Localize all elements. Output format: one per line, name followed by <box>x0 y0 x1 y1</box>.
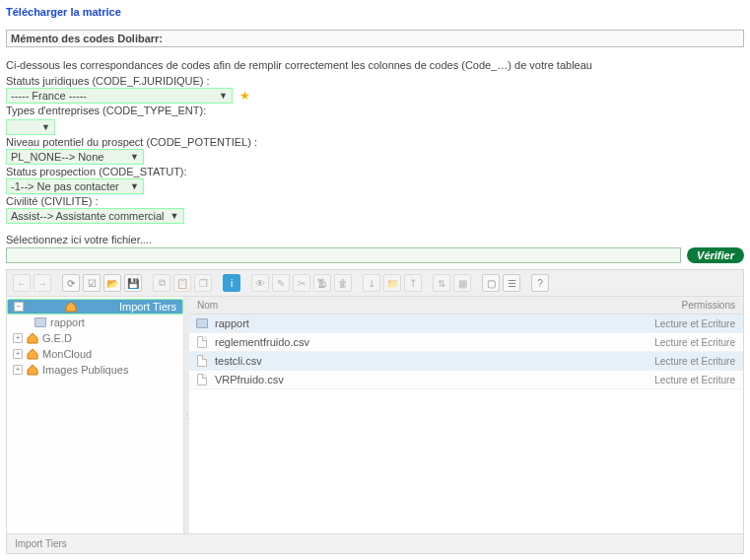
archive-button[interactable]: 🗜 <box>313 274 331 292</box>
status-juridique-value: ----- France ----- <box>11 90 87 102</box>
folder-icon <box>196 318 208 328</box>
newfolder-button[interactable]: 📁 <box>383 274 401 292</box>
home-icon <box>27 332 38 344</box>
status-juridique-select[interactable]: ----- France ----- ▼ <box>6 88 233 104</box>
tree-item[interactable]: +G.E.D <box>7 330 183 346</box>
tree-item-label: Images Publiques <box>42 364 128 376</box>
type-ent-select[interactable]: ▼ <box>6 119 55 135</box>
save-button[interactable]: 💾 <box>124 274 142 292</box>
tree-item[interactable]: +MonCloud <box>7 346 183 362</box>
tree-root-import-tiers[interactable]: − Import Tiers <box>7 299 183 315</box>
file-permissions: Lecture et Ecriture <box>595 353 743 370</box>
col-header-perm[interactable]: Permissions <box>595 297 743 314</box>
intro-text: Ci-dessous les correspondances de codes … <box>6 59 744 71</box>
file-path-input[interactable] <box>6 247 681 263</box>
folder-tree[interactable]: − Import Tiers rapport +G.E.D+MonCloud+I… <box>7 297 184 533</box>
list-row[interactable]: rapportLecture et Ecriture <box>189 315 743 333</box>
chevron-down-icon: ▼ <box>130 181 139 191</box>
col-header-name[interactable]: Nom <box>189 297 595 314</box>
tree-item-label: MonCloud <box>42 348 92 360</box>
tree-child-label: rapport <box>50 316 85 328</box>
status-prosp-select[interactable]: -1--> Ne pas contacter ▼ <box>6 178 144 194</box>
statusbar: Import Tiers <box>7 533 743 553</box>
select-button[interactable]: ☑ <box>83 274 101 292</box>
tree-child-rapport[interactable]: rapport <box>7 315 183 330</box>
list-row[interactable]: testcli.csvLecture et Ecriture <box>189 352 743 371</box>
expand-icon[interactable]: + <box>13 365 23 375</box>
collapse-icon[interactable]: − <box>14 302 24 312</box>
file-icon <box>197 355 207 367</box>
file-permissions: Lecture et Ecriture <box>595 334 743 351</box>
back-button[interactable]: ← <box>13 274 31 292</box>
list-header: Nom Permissions <box>189 297 743 315</box>
verify-button[interactable]: Vérifier <box>687 247 744 263</box>
expand-icon[interactable]: + <box>13 349 23 359</box>
file-icon <box>197 336 207 348</box>
chevron-down-icon: ▼ <box>41 122 50 132</box>
extract-button[interactable]: ⤓ <box>363 274 380 292</box>
home-icon <box>27 364 38 376</box>
niveau-label: Niveau potentiel du prospect (CODE_POTEN… <box>6 136 744 148</box>
home-icon <box>27 348 38 360</box>
chevron-down-icon: ▼ <box>130 152 139 162</box>
memento-heading: Mémento des codes Dolibarr: <box>6 30 744 47</box>
tree-item[interactable]: +Images Publiques <box>7 362 183 378</box>
tree-item-label: G.E.D <box>42 332 72 344</box>
niveau-select[interactable]: PL_NONE--> None ▼ <box>6 149 144 165</box>
civilite-value: Assist--> Assistante commercial <box>11 210 165 222</box>
grid-button[interactable]: ▦ <box>453 274 471 292</box>
status-prosp-value: -1--> Ne pas contacter <box>11 180 119 192</box>
download-matrix-link[interactable]: Télécharger la matrice <box>6 6 121 18</box>
info-button[interactable]: i <box>223 274 240 292</box>
star-icon: ★ <box>239 89 250 103</box>
toolbar: ← → ⟳ ☑ 📂 💾 ⧉ 📋 ❐ i 👁 ✎ ✂ 🗜 🗑 ⤓ 📁 ⤒ ⇅ ▦ … <box>7 270 743 297</box>
file-name: reglementfruido.csv <box>215 333 595 351</box>
status-juridique-label: Statuts juridiques (CODE_F.JURIDIQUE) : <box>6 75 744 87</box>
type-ent-label: Types d'entreprises (CODE_TYPE_ENT): <box>6 105 744 116</box>
file-name: VRPfruido.csv <box>215 371 595 388</box>
view-icons-button[interactable]: ▢ <box>482 274 500 292</box>
file-name: testcli.csv <box>215 352 595 370</box>
sort-button[interactable]: ⇅ <box>433 274 450 292</box>
file-icon <box>197 374 207 385</box>
civilite-label: Civilité (CIVILITE) : <box>6 195 744 207</box>
chevron-down-icon: ▼ <box>170 211 179 221</box>
chevron-down-icon: ▼ <box>219 91 228 101</box>
delete-button[interactable]: 🗑 <box>334 274 352 292</box>
forward-button[interactable]: → <box>34 274 51 292</box>
folder-icon <box>34 317 46 327</box>
preview-button[interactable]: 👁 <box>251 274 269 292</box>
niveau-value: PL_NONE--> None <box>11 151 103 163</box>
file-manager: ← → ⟳ ☑ 📂 💾 ⧉ 📋 ❐ i 👁 ✎ ✂ 🗜 🗑 ⤓ 📁 ⤒ ⇅ ▦ … <box>6 269 744 554</box>
cut-button[interactable]: ✂ <box>293 274 310 292</box>
reload-button[interactable]: ⟳ <box>62 274 80 292</box>
file-name: rapport <box>215 315 595 332</box>
upload-button[interactable]: ⤒ <box>404 274 422 292</box>
view-list-button[interactable]: ☰ <box>503 274 520 292</box>
file-permissions: Lecture et Ecriture <box>595 315 743 332</box>
paste-button[interactable]: 📋 <box>173 274 191 292</box>
tree-root-label: Import Tiers <box>119 301 176 313</box>
copy-button[interactable]: ⧉ <box>153 274 170 292</box>
list-row[interactable]: reglementfruido.csvLecture et Ecriture <box>189 333 743 352</box>
duplicate-button[interactable]: ❐ <box>194 274 212 292</box>
help-button[interactable]: ? <box>531 274 549 292</box>
open-button[interactable]: 📂 <box>103 274 121 292</box>
file-picker-label: Sélectionnez ici votre fichier.... <box>6 234 744 245</box>
home-icon <box>65 301 77 313</box>
civilite-select[interactable]: Assist--> Assistante commercial ▼ <box>6 208 184 224</box>
rename-button[interactable]: ✎ <box>272 274 290 292</box>
file-permissions: Lecture et Ecriture <box>595 372 743 388</box>
list-row[interactable]: VRPfruido.csvLecture et Ecriture <box>189 371 743 389</box>
status-prosp-label: Status prospection (CODE_STATUT): <box>6 166 744 177</box>
expand-icon[interactable]: + <box>13 333 23 343</box>
